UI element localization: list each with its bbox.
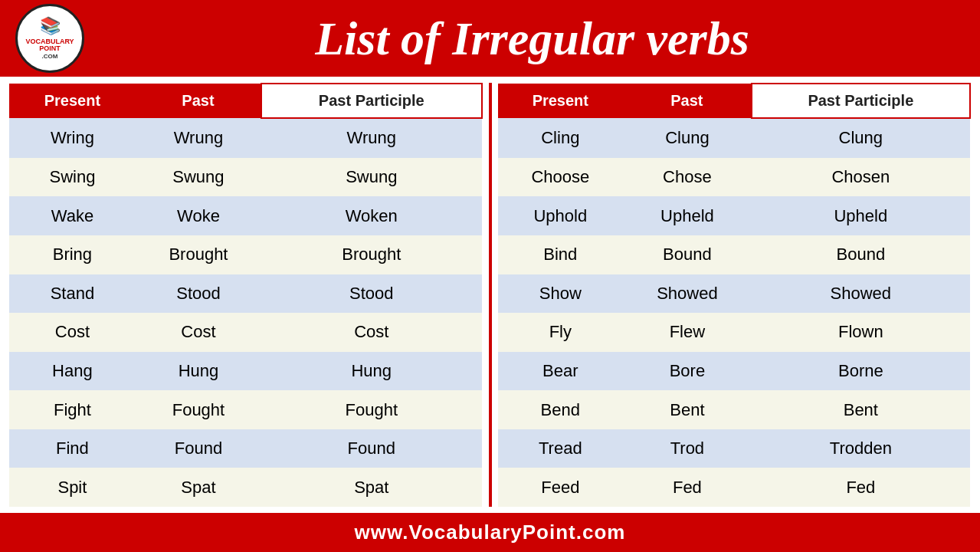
right-present-header: Present — [498, 84, 624, 118]
list-item: Trodden — [752, 429, 970, 468]
list-item: Hung — [261, 352, 481, 391]
right-table: Present Past Past Participle Cling Clung… — [498, 83, 972, 507]
table-row: Tread Trod Trodden — [498, 429, 971, 468]
table-row: Fly Flew Flown — [498, 313, 971, 352]
right-past-header: Past — [623, 84, 752, 118]
list-item: Spat — [261, 468, 481, 507]
list-item: Swing — [9, 158, 136, 197]
list-item: Swung — [136, 158, 261, 197]
left-present-header: Present — [9, 84, 136, 118]
list-item: Cost — [136, 313, 261, 352]
list-item: Clung — [623, 118, 752, 158]
list-item: Hung — [136, 352, 261, 391]
table-row: Wake Woke Woken — [9, 196, 482, 235]
table-row: Find Found Found — [9, 429, 482, 468]
list-item: Flew — [623, 313, 752, 352]
list-item: Fought — [261, 390, 481, 429]
table-row: Bear Bore Borne — [498, 352, 971, 391]
list-item: Found — [136, 429, 261, 468]
list-item: Brought — [261, 235, 481, 274]
left-table: Present Past Past Participle Wring Wrung… — [9, 83, 483, 507]
list-item: Found — [261, 429, 481, 468]
list-item: Bore — [623, 352, 752, 391]
list-item: Spat — [136, 468, 261, 507]
table-row: Swing Swung Swung — [9, 158, 482, 197]
list-item: Choose — [498, 158, 624, 197]
logo-icon: 📚 — [40, 16, 61, 36]
footer-url: www.VocabularyPoint.com — [355, 521, 626, 544]
list-item: Feed — [498, 468, 624, 507]
list-item: Borne — [752, 352, 970, 391]
right-pp-header: Past Participle — [752, 84, 970, 118]
table-divider — [489, 83, 492, 507]
list-item: Swung — [261, 158, 481, 197]
list-item: Hang — [9, 352, 136, 391]
list-item: Spit — [9, 468, 136, 507]
list-item: Upheld — [623, 196, 752, 235]
table-row: Show Showed Showed — [498, 274, 971, 314]
list-item: Cost — [261, 313, 481, 352]
list-item: Wake — [9, 196, 136, 235]
list-item: Stood — [136, 274, 261, 314]
list-item: Flown — [752, 313, 970, 352]
table-row: Fight Fought Fought — [9, 390, 482, 429]
table-row: Spit Spat Spat — [9, 468, 482, 507]
list-item: Show — [498, 274, 624, 314]
table-row: Wring Wrung Wrung — [9, 118, 482, 158]
list-item: Uphold — [498, 196, 624, 235]
list-item: Bound — [623, 235, 752, 274]
table-row: Stand Stood Stood — [9, 274, 482, 314]
list-item: Clung — [752, 118, 970, 158]
list-item: Fight — [9, 390, 136, 429]
list-item: Bend — [498, 390, 624, 429]
list-item: Fought — [136, 390, 261, 429]
list-item: Stood — [261, 274, 481, 314]
list-item: Fed — [623, 468, 752, 507]
list-item: Fed — [752, 468, 970, 507]
logo: 📚 VOCABULARYPOINT .COM — [15, 4, 84, 73]
left-pp-header: Past Participle — [261, 84, 481, 118]
table-row: Bind Bound Bound — [498, 235, 971, 274]
list-item: Wrung — [261, 118, 481, 158]
page-title: List of Irregular verbs — [100, 12, 965, 66]
list-item: Woken — [261, 196, 481, 235]
main-content: 📚 VOCABULARYPOINT .COM List of Irregular… — [0, 0, 980, 552]
list-item: Bound — [752, 235, 970, 274]
tables-wrapper: Present Past Past Participle Wring Wrung… — [0, 77, 980, 513]
list-item: Chose — [623, 158, 752, 197]
list-item: Brought — [136, 235, 261, 274]
table-row: Uphold Upheld Upheld — [498, 196, 971, 235]
list-item: Woke — [136, 196, 261, 235]
list-item: Chosen — [752, 158, 970, 197]
list-item: Wrung — [136, 118, 261, 158]
table-row: Bend Bent Bent — [498, 390, 971, 429]
list-item: Wring — [9, 118, 136, 158]
list-item: Cost — [9, 313, 136, 352]
logo-dot: .COM — [42, 53, 58, 61]
list-item: Bear — [498, 352, 624, 391]
list-item: Tread — [498, 429, 624, 468]
list-item: Bent — [752, 390, 970, 429]
left-past-header: Past — [136, 84, 261, 118]
list-item: Upheld — [752, 196, 970, 235]
table-row: Feed Fed Fed — [498, 468, 971, 507]
list-item: Find — [9, 429, 136, 468]
footer: www.VocabularyPoint.com — [0, 513, 980, 552]
table-row: Choose Chose Chosen — [498, 158, 971, 197]
header: 📚 VOCABULARYPOINT .COM List of Irregular… — [0, 0, 980, 77]
list-item: Showed — [623, 274, 752, 314]
list-item: Bring — [9, 235, 136, 274]
list-item: Fly — [498, 313, 624, 352]
list-item: Showed — [752, 274, 970, 314]
list-item: Cling — [498, 118, 624, 158]
list-item: Stand — [9, 274, 136, 314]
list-item: Bind — [498, 235, 624, 274]
list-item: Trod — [623, 429, 752, 468]
table-row: Cost Cost Cost — [9, 313, 482, 352]
list-item: Bent — [623, 390, 752, 429]
table-row: Cling Clung Clung — [498, 118, 971, 158]
table-row: Bring Brought Brought — [9, 235, 482, 274]
logo-brand-text: VOCABULARYPOINT — [25, 38, 74, 54]
table-row: Hang Hung Hung — [9, 352, 482, 391]
